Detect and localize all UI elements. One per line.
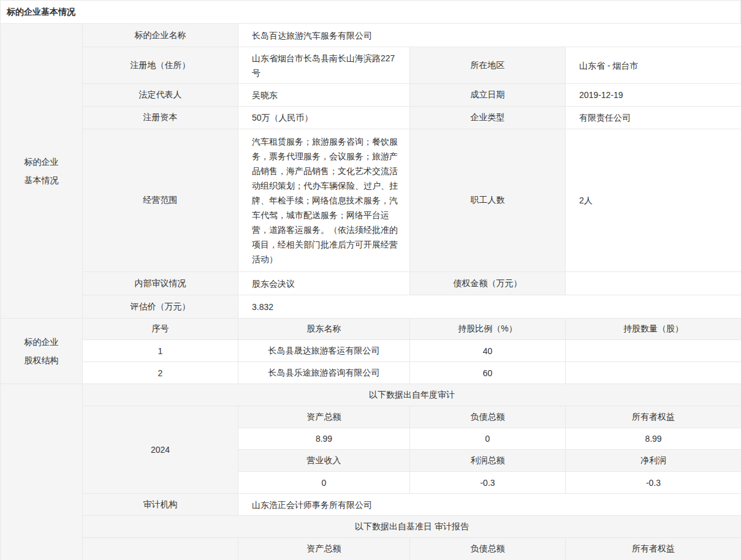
equity-2-ratio: 60 <box>410 362 566 384</box>
header-net-profit: 净利润 <box>566 450 741 472</box>
value-total-profit: -0.3 <box>410 472 566 494</box>
label-employees: 职工人数 <box>410 129 566 272</box>
label-establish-date: 成立日期 <box>410 84 566 107</box>
equity-1-name: 长岛县晟达旅游客运有限公司 <box>238 340 410 362</box>
group-basic-info: 标的企业 基本情况 <box>1 24 83 319</box>
header-shareholder-name: 股东名称 <box>238 319 410 340</box>
row-annual-audit-title: 以下数据出自年度审计 <box>1 384 741 406</box>
label-audit-org: 审计机构 <box>83 494 238 516</box>
value-internal-review: 股东会决议 <box>238 272 410 295</box>
baseline-header-total-liabilities: 负债总额 <box>410 538 566 560</box>
equity-1-ratio: 40 <box>410 340 566 362</box>
value-appraisal: 3.832 <box>238 295 741 319</box>
value-total-liabilities: 0 <box>410 428 566 450</box>
section-title-text: 标的企业基本情况 <box>7 7 75 18</box>
enterprise-info-table: 标的企业 基本情况 标的企业名称 长岛百达旅游汽车服务有限公司 注册地（住所） … <box>0 23 741 560</box>
baseline-header-total-assets: 资产总额 <box>238 538 410 560</box>
row-audit-headers-1: 2024 资产总额 负债总额 所有者权益 <box>1 406 741 428</box>
value-business-scope: 汽车租赁服务；旅游服务咨询；餐饮服务，票务代理服务，会议服务；旅游产品销售，海产… <box>238 129 410 272</box>
baseline-year-blank <box>83 538 238 560</box>
baseline-header-owner-equity: 所有者权益 <box>566 538 741 560</box>
label-company-type: 企业类型 <box>410 107 566 129</box>
header-total-liabilities: 负债总额 <box>410 406 566 428</box>
audit-year: 2024 <box>83 406 238 494</box>
header-share-count: 持股数量（股） <box>566 319 741 340</box>
header-share-ratio: 持股比例（%） <box>410 319 566 340</box>
group-audit-blank <box>1 384 83 560</box>
section-title: 标的企业基本情况 <box>0 0 741 23</box>
label-legal-rep: 法定代表人 <box>83 84 238 107</box>
row-legal-rep: 法定代表人 吴晓东 成立日期 2019-12-19 <box>1 84 741 107</box>
value-employees: 2人 <box>566 129 741 272</box>
label-company-name: 标的企业名称 <box>83 24 238 47</box>
baseline-audit-title: 以下数据出自基准日 审计报告 <box>83 516 741 538</box>
label-debt-amount: 债权金额（万元） <box>410 272 566 295</box>
row-internal-review: 内部审议情况 股东会决议 债权金额（万元） <box>1 272 741 295</box>
value-revenue: 0 <box>238 472 410 494</box>
value-address: 山东省烟台市长岛县南长山海滨路227号 <box>238 47 410 84</box>
row-audit-org: 审计机构 山东浩正会计师事务所有限公司 <box>1 494 741 516</box>
equity-row-2: 2 长岛县乐途旅游咨询有限公司 60 <box>1 362 741 384</box>
label-internal-review: 内部审议情况 <box>83 272 238 295</box>
label-reg-capital: 注册资本 <box>83 107 238 129</box>
label-address: 注册地（住所） <box>83 47 238 84</box>
label-region: 所在地区 <box>410 47 566 84</box>
row-baseline-audit-title: 以下数据出自基准日 审计报告 <box>1 516 741 538</box>
header-total-profit: 利润总额 <box>410 450 566 472</box>
header-revenue: 营业收入 <box>238 450 410 472</box>
label-appraisal: 评估价（万元） <box>83 295 238 319</box>
equity-1-shares <box>566 340 741 362</box>
label-business-scope: 经营范围 <box>83 129 238 272</box>
value-total-assets: 8.99 <box>238 428 410 450</box>
value-net-profit: -0.3 <box>566 472 741 494</box>
header-owner-equity: 所有者权益 <box>566 406 741 428</box>
row-address: 注册地（住所） 山东省烟台市长岛县南长山海滨路227号 所在地区 山东省 - 烟… <box>1 47 741 84</box>
value-establish-date: 2019-12-19 <box>566 84 741 107</box>
annual-audit-title: 以下数据出自年度审计 <box>83 384 741 406</box>
enterprise-info-panel: 标的企业基本情况 标的企业 基本情况 标的企业名称 长岛百达旅游汽车服务有限公司… <box>0 0 741 560</box>
value-company-type: 有限责任公司 <box>566 107 741 129</box>
equity-2-no: 2 <box>83 362 238 384</box>
value-audit-org: 山东浩正会计师事务所有限公司 <box>238 494 741 516</box>
header-total-assets: 资产总额 <box>238 406 410 428</box>
equity-2-name: 长岛县乐途旅游咨询有限公司 <box>238 362 410 384</box>
equity-1-no: 1 <box>83 340 238 362</box>
value-owner-equity: 8.99 <box>566 428 741 450</box>
row-baseline-headers: 资产总额 负债总额 所有者权益 <box>1 538 741 560</box>
value-company-name: 长岛百达旅游汽车服务有限公司 <box>238 24 741 47</box>
group-equity-structure: 标的企业 股权结构 <box>1 319 83 384</box>
row-equity-header: 标的企业 股权结构 序号 股东名称 持股比例（%） 持股数量（股） <box>1 319 741 340</box>
equity-2-shares <box>566 362 741 384</box>
equity-row-1: 1 长岛县晟达旅游客运有限公司 40 <box>1 340 741 362</box>
value-legal-rep: 吴晓东 <box>238 84 410 107</box>
value-reg-capital: 50万（人民币） <box>238 107 410 129</box>
row-appraisal: 评估价（万元） 3.832 <box>1 295 741 319</box>
row-company-name: 标的企业 基本情况 标的企业名称 长岛百达旅游汽车服务有限公司 <box>1 24 741 47</box>
value-region: 山东省 - 烟台市 <box>566 47 741 84</box>
row-reg-capital: 注册资本 50万（人民币） 企业类型 有限责任公司 <box>1 107 741 129</box>
row-business-scope: 经营范围 汽车租赁服务；旅游服务咨询；餐饮服务，票务代理服务，会议服务；旅游产品… <box>1 129 741 272</box>
header-seq-no: 序号 <box>83 319 238 340</box>
value-debt-amount <box>566 272 741 295</box>
